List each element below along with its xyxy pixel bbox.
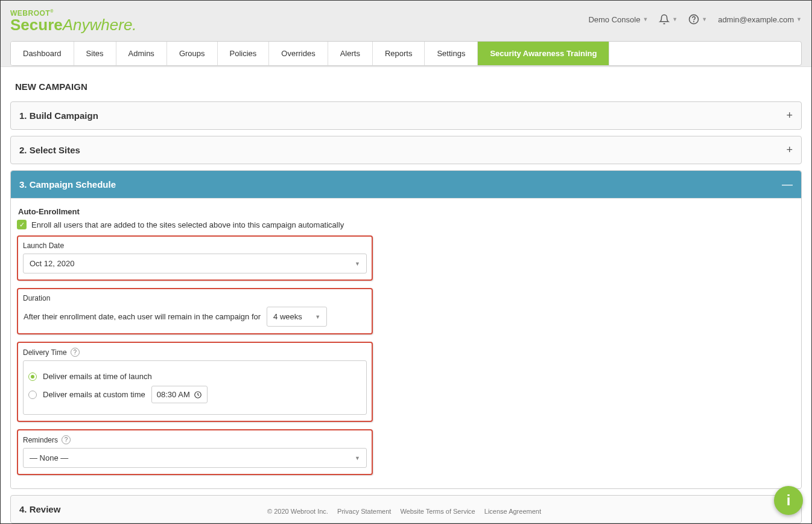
bell-icon xyxy=(659,14,670,25)
tab-dashboard[interactable]: Dashboard xyxy=(11,42,74,65)
duration-field: Duration After their enrollment date, ea… xyxy=(17,288,373,334)
tab-policies[interactable]: Policies xyxy=(218,42,270,65)
launch-date-label: Launch Date xyxy=(23,241,367,250)
collapse-icon: — xyxy=(782,178,793,191)
launch-date-field: Launch Date Oct 12, 2020 ▼ xyxy=(17,235,373,281)
info-fab-button[interactable]: i xyxy=(774,486,803,515)
chevron-down-icon: ▼ xyxy=(702,16,707,22)
duration-value: 4 weeks xyxy=(273,312,302,321)
delivery-custom-radio[interactable] xyxy=(28,391,37,399)
delivery-opt2-label: Deliver emails at custom time xyxy=(43,390,145,399)
expand-icon: + xyxy=(786,109,793,122)
chevron-down-icon: ▼ xyxy=(642,16,648,22)
duration-text: After their enrollment date, each user w… xyxy=(24,312,261,321)
reminders-value: — None — xyxy=(30,453,68,462)
help-icon[interactable]: ? xyxy=(71,348,80,357)
caret-down-icon: ▼ xyxy=(355,261,360,267)
svg-point-1 xyxy=(694,21,694,22)
footer-copyright: © 2020 Webroot Inc. xyxy=(267,508,328,515)
tab-alerts[interactable]: Alerts xyxy=(328,42,373,65)
caret-down-icon: ▼ xyxy=(355,455,360,461)
footer-tos-link[interactable]: Website Terms of Service xyxy=(400,508,475,515)
footer-license-link[interactable]: License Agreement xyxy=(484,508,541,515)
clock-icon xyxy=(194,391,202,399)
step-1-title: 1. Build Campaign xyxy=(19,110,98,121)
page-footer: © 2020 Webroot Inc. Privacy Statement We… xyxy=(1,503,811,520)
user-email: admin@example.com xyxy=(718,15,794,24)
expand-icon: + xyxy=(786,144,793,156)
help-icon[interactable]: ? xyxy=(62,435,71,444)
help-menu[interactable]: ▼ xyxy=(688,14,707,25)
info-icon: i xyxy=(787,492,791,509)
delivery-time-label: Delivery Time xyxy=(23,348,67,357)
auto-enroll-checkbox[interactable]: ✓ xyxy=(17,220,27,229)
step-3-header[interactable]: 3. Campaign Schedule — xyxy=(11,171,801,198)
logo: WEBROOT® SecureAnywhere. xyxy=(10,9,137,33)
delivery-time-field: Delivery Time ? Deliver emails at time o… xyxy=(17,342,373,422)
page-title: NEW CAMPAIGN xyxy=(10,74,802,101)
launch-date-select[interactable]: Oct 12, 2020 ▼ xyxy=(23,254,367,273)
main-tabs: Dashboard Sites Admins Groups Policies O… xyxy=(10,41,802,66)
tab-settings[interactable]: Settings xyxy=(425,42,478,65)
reminders-label: Reminders xyxy=(23,436,58,444)
tab-groups[interactable]: Groups xyxy=(167,42,218,65)
auto-enroll-desc: Enroll all users that are added to the s… xyxy=(31,220,344,229)
tab-overrides[interactable]: Overrides xyxy=(269,42,328,65)
console-label: Demo Console xyxy=(588,15,640,24)
delivery-time-value: 08:30 AM xyxy=(157,390,190,399)
tab-admins[interactable]: Admins xyxy=(116,42,167,65)
duration-select[interactable]: 4 weeks ▼ xyxy=(267,307,327,327)
delivery-time-input[interactable]: 08:30 AM xyxy=(151,386,208,403)
auto-enrollment-label: Auto-Enrollment xyxy=(18,207,795,216)
delivery-launch-radio[interactable] xyxy=(28,372,37,381)
duration-label: Duration xyxy=(23,294,367,302)
reminders-field: Reminders ? — None — ▼ xyxy=(17,429,373,475)
delivery-opt1-label: Deliver emails at time of launch xyxy=(43,372,152,381)
step-select-sites[interactable]: 2. Select Sites + xyxy=(10,136,802,164)
user-menu[interactable]: admin@example.com ▼ xyxy=(718,15,802,24)
tab-reports[interactable]: Reports xyxy=(373,42,425,65)
tab-sites[interactable]: Sites xyxy=(74,42,116,65)
chevron-down-icon: ▼ xyxy=(796,16,802,22)
step-2-title: 2. Select Sites xyxy=(19,145,80,155)
console-selector[interactable]: Demo Console ▼ xyxy=(588,15,648,24)
step-campaign-schedule: 3. Campaign Schedule — Auto-Enrollment ✓… xyxy=(10,170,802,489)
launch-date-value: Oct 12, 2020 xyxy=(30,259,74,268)
caret-down-icon: ▼ xyxy=(315,314,320,320)
reminders-select[interactable]: — None — ▼ xyxy=(23,448,367,468)
notifications-menu[interactable]: ▼ xyxy=(659,14,677,25)
footer-privacy-link[interactable]: Privacy Statement xyxy=(337,508,391,515)
tab-security-awareness[interactable]: Security Awareness Training xyxy=(478,42,609,65)
chevron-down-icon: ▼ xyxy=(672,16,677,22)
help-icon xyxy=(688,14,699,25)
step-build-campaign[interactable]: 1. Build Campaign + xyxy=(10,101,802,130)
step-3-title: 3. Campaign Schedule xyxy=(19,179,116,190)
